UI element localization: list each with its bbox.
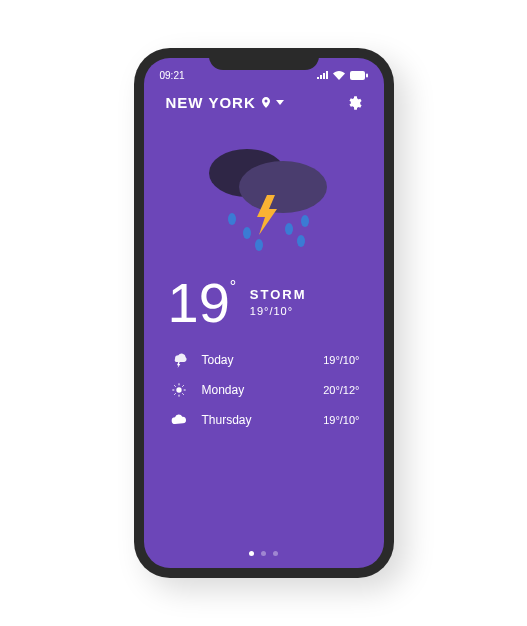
location-selector[interactable]: NEW YORK (166, 94, 284, 111)
storm-icon (168, 352, 190, 368)
svg-line-17 (174, 393, 175, 394)
notch (209, 48, 319, 70)
header: NEW YORK (144, 84, 384, 115)
forecast-row[interactable]: Today19°/10° (168, 345, 360, 375)
settings-icon[interactable] (346, 95, 362, 111)
current-hilo: 19°/10° (250, 305, 307, 317)
chevron-down-icon (276, 100, 284, 105)
svg-point-3 (239, 161, 327, 213)
temp-value: 19 (168, 271, 230, 334)
battery-icon (350, 71, 368, 80)
svg-rect-1 (366, 73, 368, 77)
svg-point-8 (301, 215, 309, 227)
status-icons (317, 71, 368, 80)
storm-icon (189, 137, 339, 257)
forecast-hilo: 19°/10° (323, 414, 359, 426)
svg-point-7 (285, 223, 293, 235)
forecast-hilo: 19°/10° (323, 354, 359, 366)
condition-label: STORM (250, 287, 307, 302)
location-pin-icon (262, 97, 270, 108)
forecast-day: Monday (190, 383, 324, 397)
forecast-row[interactable]: Thursday19°/10° (168, 405, 360, 435)
svg-point-4 (228, 213, 236, 225)
wifi-icon (333, 71, 345, 80)
degree-symbol: ° (230, 279, 236, 295)
svg-point-5 (243, 227, 251, 239)
clock: 09:21 (160, 70, 185, 81)
page-indicator[interactable] (144, 551, 384, 556)
phone-frame: 09:21 NEW YORK (134, 48, 394, 578)
forecast-list: Today19°/10°Monday20°/12°Thursday19°/10° (144, 331, 384, 435)
cloud-icon (168, 412, 190, 428)
page-dot[interactable] (273, 551, 278, 556)
app-screen: 09:21 NEW YORK (144, 58, 384, 568)
svg-line-15 (174, 385, 175, 386)
page-dot[interactable] (249, 551, 254, 556)
forecast-row[interactable]: Monday20°/12° (168, 375, 360, 405)
current-weather: 19° STORM 19°/10° (144, 271, 384, 331)
current-temp: 19° (168, 275, 230, 331)
svg-line-18 (182, 385, 183, 386)
forecast-day: Today (190, 353, 324, 367)
weather-hero (144, 115, 384, 271)
svg-point-6 (255, 239, 263, 251)
svg-point-10 (176, 387, 181, 392)
svg-rect-0 (350, 71, 365, 80)
city-name: NEW YORK (166, 94, 256, 111)
forecast-day: Thursday (190, 413, 324, 427)
svg-point-9 (297, 235, 305, 247)
forecast-hilo: 20°/12° (323, 384, 359, 396)
page-dot[interactable] (261, 551, 266, 556)
signal-icon (317, 71, 328, 79)
svg-line-16 (182, 393, 183, 394)
sun-icon (168, 382, 190, 398)
